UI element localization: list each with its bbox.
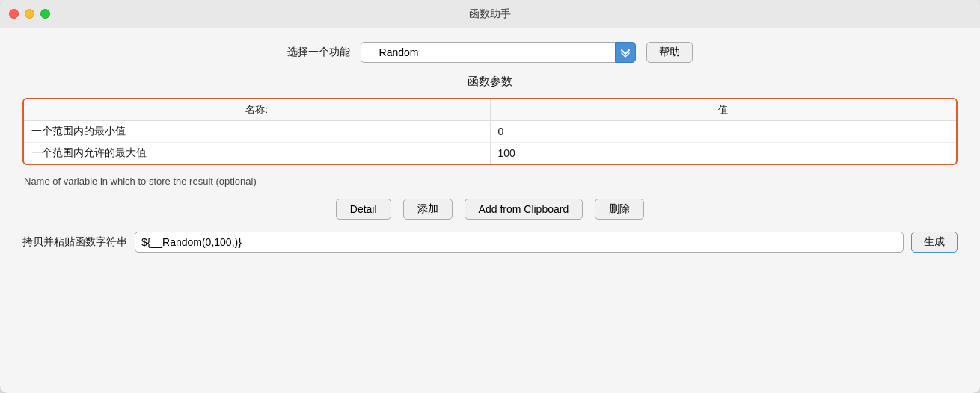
note-text: Name of variable in which to store the r… bbox=[22, 176, 958, 187]
close-button[interactable] bbox=[9, 9, 19, 19]
generate-button[interactable]: 生成 bbox=[911, 232, 958, 253]
bottom-row: 拷贝并粘贴函数字符串 生成 bbox=[22, 232, 958, 253]
param-table: 名称: 值 一个范围内的最小值0一个范围内允许的最大值100 bbox=[24, 99, 956, 164]
maximize-button[interactable] bbox=[40, 9, 50, 19]
detail-button[interactable]: Detail bbox=[336, 199, 391, 220]
table-header-row: 名称: 值 bbox=[24, 99, 956, 121]
action-buttons-row: Detail 添加 Add from Clipboard 删除 bbox=[22, 199, 958, 220]
select-function-row: 选择一个功能 帮助 bbox=[22, 42, 958, 63]
function-dropdown[interactable] bbox=[361, 42, 615, 63]
table-row: 一个范围内允许的最大值100 bbox=[24, 143, 956, 164]
help-button[interactable]: 帮助 bbox=[646, 42, 693, 63]
add-from-clipboard-button[interactable]: Add from Clipboard bbox=[465, 199, 584, 220]
dropdown-wrapper bbox=[361, 42, 636, 63]
select-function-label: 选择一个功能 bbox=[287, 46, 350, 59]
delete-button[interactable]: 删除 bbox=[595, 199, 644, 220]
table-row: 一个范围内的最小值0 bbox=[24, 121, 956, 143]
content: 选择一个功能 帮助 函数参数 名称: 值 bbox=[0, 28, 980, 393]
function-string-input[interactable] bbox=[135, 232, 904, 253]
table-cell-name: 一个范围内的最小值 bbox=[24, 121, 490, 143]
table-cell-value: 0 bbox=[490, 121, 956, 143]
copy-paste-label: 拷贝并粘贴函数字符串 bbox=[22, 235, 127, 249]
title-bar: 函数助手 bbox=[0, 0, 980, 28]
title-bar-buttons bbox=[9, 9, 50, 19]
add-button[interactable]: 添加 bbox=[403, 199, 453, 220]
minimize-button[interactable] bbox=[25, 9, 34, 19]
table-cell-value: 100 bbox=[490, 143, 956, 164]
table-cell-name: 一个范围内允许的最大值 bbox=[24, 143, 490, 164]
chevron-icon bbox=[620, 47, 631, 58]
window-title: 函数助手 bbox=[469, 7, 511, 21]
dropdown-arrow-button[interactable] bbox=[615, 42, 636, 63]
table-body: 一个范围内的最小值0一个范围内允许的最大值100 bbox=[24, 121, 956, 164]
section-title: 函数参数 bbox=[22, 75, 958, 89]
col-value-header: 值 bbox=[490, 99, 956, 121]
col-name-header: 名称: bbox=[24, 99, 490, 121]
param-table-wrapper: 名称: 值 一个范围内的最小值0一个范围内允许的最大值100 bbox=[22, 98, 958, 165]
window: 函数助手 选择一个功能 帮助 函数参数 bbox=[0, 0, 980, 393]
